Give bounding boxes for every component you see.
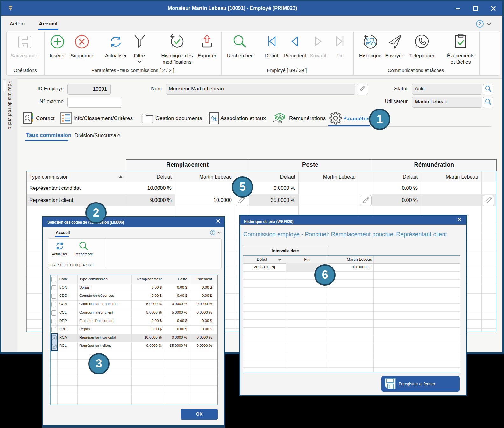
svg-text:%: %	[211, 115, 217, 123]
svg-text:?: ?	[212, 231, 214, 234]
svg-text:?: ?	[478, 21, 481, 26]
